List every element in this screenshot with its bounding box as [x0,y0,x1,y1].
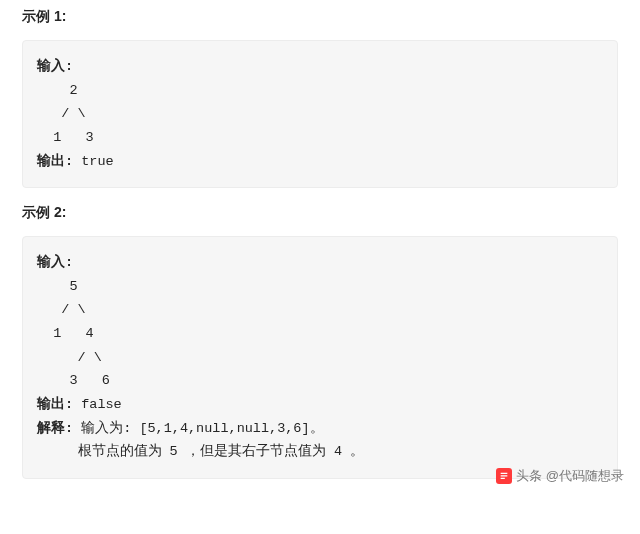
watermark: 头条 @代码随想录 [496,467,624,485]
output-value: false [73,397,122,412]
output-value: true [73,154,114,169]
toutiao-logo-icon [496,468,512,484]
output-label: 输出: [37,397,73,412]
tree-ascii: 2 / \ 1 3 [37,83,94,145]
watermark-prefix: 头条 [516,467,542,485]
output-label: 输出: [37,154,73,169]
example-1-heading: 示例 1: [22,8,618,26]
example-2-heading: 示例 2: [22,204,618,222]
input-label: 输入: [37,59,73,74]
input-label: 输入: [37,255,73,270]
example-2-code-block: 输入: 5 / \ 1 4 / \ 3 6 输出: false 解释: 输入为:… [22,236,618,479]
example-1-code-block: 输入: 2 / \ 1 3 输出: true [22,40,618,188]
explain-label: 解释: [37,421,73,436]
tree-ascii: 5 / \ 1 4 / \ 3 6 [37,279,110,389]
explain-line-2: 根节点的值为 5 ，但是其右子节点值为 4 。 [37,444,364,459]
explain-line-1: 输入为: [5,1,4,null,null,3,6]。 [73,421,323,436]
document-container: 示例 1: 输入: 2 / \ 1 3 输出: true 示例 2: 输入: 5… [0,0,640,505]
watermark-author: @代码随想录 [546,467,624,485]
